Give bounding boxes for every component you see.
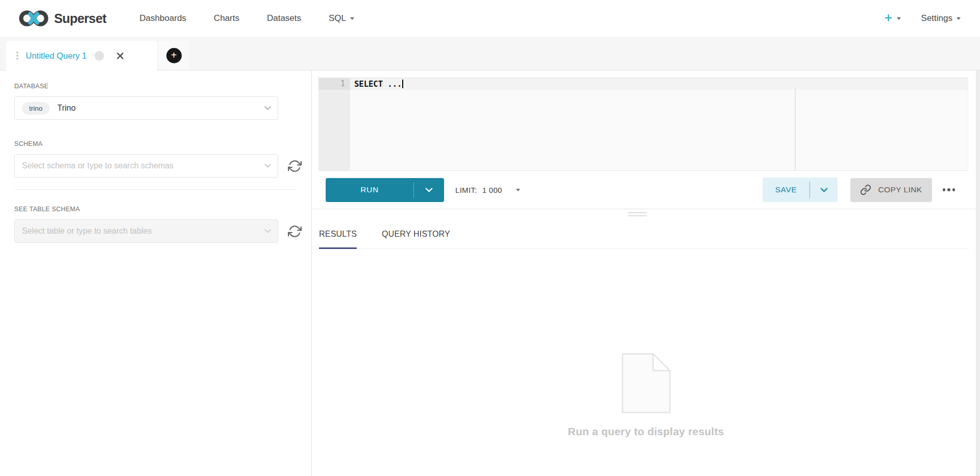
sql-editor-pane: 1 SELECT ... RUN [312,70,980,476]
tab-untitled-query[interactable]: Untitled Query 1 [6,41,157,70]
empty-document-icon [622,353,671,413]
run-options-caret[interactable] [414,178,444,202]
chevron-down-icon [264,164,271,168]
plus-icon: + [884,11,892,25]
database-backend-pill: trino [22,102,50,115]
main-nav: Dashboards Charts Datasets SQL [126,13,368,23]
editor-gutter: 1 [318,78,350,170]
line-number: 1 [318,78,350,90]
active-tab-ink-bar [319,247,357,249]
scrollbar[interactable] [976,70,980,476]
new-item-dropdown[interactable]: + [884,12,900,25]
chevron-down-icon [897,17,901,20]
more-options-button[interactable] [940,183,959,196]
database-select[interactable]: trino Trino [14,96,278,120]
save-options-caret[interactable] [810,178,838,202]
nav-datasets[interactable]: Datasets [253,13,315,23]
new-tab-button[interactable]: + [166,48,182,63]
nav-charts[interactable]: Charts [200,13,253,23]
refresh-schemas-icon[interactable] [286,157,304,175]
results-pane: RESULTS QUERY HISTORY Run a query to dis… [312,209,980,476]
table-schema-label: SEE TABLE SCHEMA [14,206,311,213]
run-button[interactable]: RUN [326,178,444,202]
tab-query-history[interactable]: QUERY HISTORY [382,230,450,248]
empty-results-state: Run a query to display results [312,249,980,476]
superset-infinity-icon [19,10,48,27]
superset-logo[interactable]: Superset [19,10,106,27]
sqllab-sidebar: DATABASE trino Trino SCHEMA Select schem… [0,70,312,476]
schema-label: SCHEMA [14,140,311,147]
print-margin-line [795,88,796,170]
table-placeholder: Select table or type to search tables [22,227,152,236]
chevron-down-icon [425,188,433,192]
nav-dashboards[interactable]: Dashboards [126,13,200,23]
tab-title: Untitled Query 1 [26,51,87,61]
link-icon [860,184,871,195]
chevron-down-icon [264,229,271,233]
navbar: Superset Dashboards Charts Datasets SQL … [0,0,980,37]
schema-placeholder: Select schema or type to search schemas [22,161,174,170]
settings-dropdown[interactable]: Settings [921,13,961,23]
copy-link-button[interactable]: COPY LINK [850,178,932,202]
table-select[interactable]: Select table or type to search tables [14,219,278,243]
caret-down-icon [516,189,520,191]
sql-editor[interactable]: 1 SELECT ... [318,78,968,171]
empty-results-message: Run a query to display results [568,425,724,438]
new-tab-area: + [159,41,189,70]
schema-select[interactable]: Select schema or type to search schemas [14,154,278,178]
close-tab-icon[interactable] [116,52,124,60]
chevron-down-icon [957,17,961,20]
run-label: RUN [326,178,413,202]
pane-resize-handle[interactable] [627,211,648,217]
brand-name: Superset [54,11,106,26]
save-button[interactable]: SAVE [763,178,838,202]
refresh-tables-icon[interactable] [286,222,304,240]
editor-code-area[interactable]: SELECT ... [350,78,968,170]
sql-text: SELECT ... [354,80,402,89]
database-label: DATABASE [14,83,311,90]
database-name: Trino [57,104,76,113]
limit-value: 1 000 [482,186,502,194]
chevron-down-icon [350,17,354,20]
nav-sql-dropdown[interactable]: SQL [315,13,368,23]
sql-lab-page: Superset Dashboards Charts Datasets SQL … [0,0,980,476]
tab-drag-handle-icon [16,52,18,60]
tab-results[interactable]: RESULTS [319,230,357,248]
query-status-dot [94,51,104,61]
limit-dropdown[interactable]: LIMIT: 1 000 [455,186,520,194]
results-tab-bar: RESULTS QUERY HISTORY [319,230,969,249]
chevron-down-icon [820,188,828,192]
save-label: SAVE [763,178,810,202]
text-cursor [402,80,403,88]
sidebar-divider [14,189,297,190]
editor-toolbar: RUN LIMIT: 1 000 SAVE [312,171,980,209]
chevron-down-icon [264,106,271,110]
query-tab-bar: Untitled Query 1 + [0,37,980,70]
